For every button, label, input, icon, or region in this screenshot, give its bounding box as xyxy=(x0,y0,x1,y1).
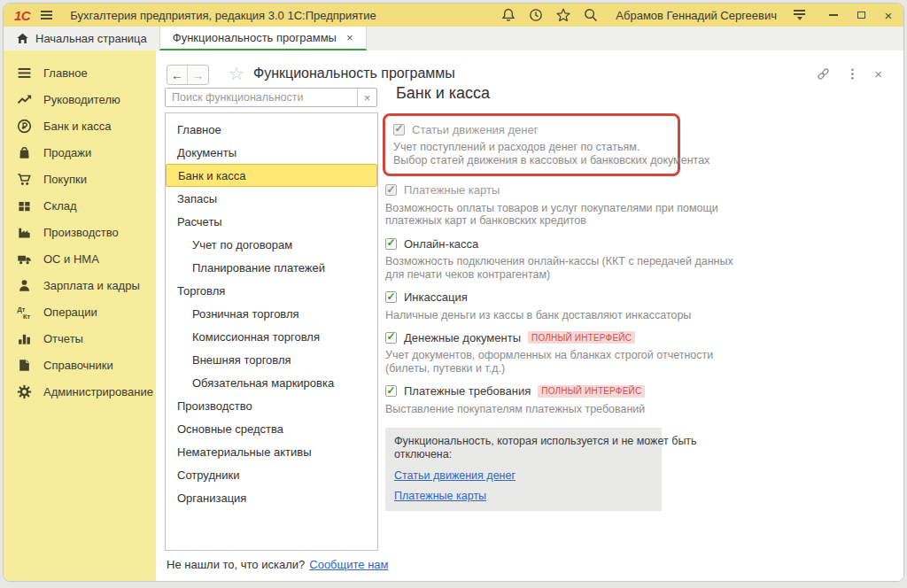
feature-description: Возможность оплаты товаров и услуг покуп… xyxy=(385,202,693,228)
window-title: Бухгалтерия предприятия, редакция 3.0 1С… xyxy=(70,9,376,22)
dtkt-icon: ДтКт xyxy=(17,305,32,320)
search-icon[interactable] xyxy=(583,7,599,23)
back-button[interactable]: ← xyxy=(167,66,188,84)
feature-checkbox[interactable]: ✓ xyxy=(385,291,397,303)
factory-icon xyxy=(17,225,32,240)
feature-item: ✓ Платежные карты Возможность оплаты тов… xyxy=(383,182,693,228)
category-item[interactable]: Организация xyxy=(166,486,377,509)
notifications-bell-icon[interactable] xyxy=(500,7,516,23)
app-window: 1С Бухгалтерия предприятия, редакция 3.0… xyxy=(3,3,904,582)
locked-functionality-link[interactable]: Платежные карты xyxy=(394,490,486,502)
sidebar-item-book[interactable]: Справочники xyxy=(4,352,156,378)
feature-checkbox[interactable]: ✓ xyxy=(385,238,397,250)
sidebar-item-factory[interactable]: Производство xyxy=(4,219,156,245)
trend-icon xyxy=(17,92,32,107)
1c-logo: 1С xyxy=(14,8,30,23)
main-menu-icon[interactable] xyxy=(39,9,54,21)
feature-item: ✓ Онлайн-касса Возможность подключения о… xyxy=(383,236,693,282)
category-item[interactable]: Комиссионная торговля xyxy=(166,325,377,348)
feature-label: Платежные карты xyxy=(404,183,500,197)
sidebar-item-bag[interactable]: Продажи xyxy=(4,139,156,166)
nav-buttons: ← → xyxy=(167,65,209,85)
feature-item: ✓ Инкассация Наличные деньги из кассы в … xyxy=(383,290,693,322)
person-icon xyxy=(17,278,32,293)
category-item[interactable]: Банк и касса xyxy=(166,164,377,187)
sidebar-item-dtkt[interactable]: ДтКт Операции xyxy=(4,298,156,325)
feature-checkbox[interactable]: ✓ xyxy=(385,332,397,344)
category-item[interactable]: Основные средства xyxy=(166,417,377,440)
sidebar-item-person[interactable]: Зарплата и кадры xyxy=(4,272,156,298)
page-title: Функциональность программы xyxy=(253,66,455,81)
functionality-search: × xyxy=(165,88,377,107)
sidebar-item-warehouse[interactable]: Склад xyxy=(4,192,156,219)
category-item[interactable]: Нематериальные активы xyxy=(166,440,377,463)
category-item[interactable]: Торговля xyxy=(166,279,377,302)
features-panel: Банк и касса ✓ Статьи движения денег Уче… xyxy=(383,84,693,511)
sidebar-item-ruble[interactable]: Банк и касса xyxy=(4,112,156,139)
tab-close-icon[interactable]: × xyxy=(346,31,353,44)
category-item[interactable]: Документы xyxy=(166,141,377,164)
sections-sidebar: Главное Руководителю Банк и касса Продаж… xyxy=(4,50,156,581)
current-user[interactable]: Абрамов Геннадий Сергеевич xyxy=(616,9,777,22)
tab-label: Начальная страница xyxy=(35,32,147,45)
full-interface-badge: ПОЛНЫЙ ИНТЕРФЕЙС xyxy=(528,331,635,344)
feedback-link[interactable]: Сообщите нам xyxy=(309,558,388,571)
feature-item: ✓ Статьи движения денег Учет поступлений… xyxy=(383,113,680,176)
tab-functionality[interactable]: Функциональность программы × xyxy=(159,27,367,50)
sidebar-item-sections[interactable]: Главное xyxy=(4,59,156,86)
feedback-question: Не нашли то, что искали? xyxy=(167,558,305,571)
sidebar-item-truck[interactable]: ОС и НМА xyxy=(4,245,156,272)
content-area: ← → ☆ Функциональность программы × × Гла… xyxy=(156,50,903,581)
category-item[interactable]: Главное xyxy=(166,118,377,141)
tabbar: Начальная страница Функциональность прог… xyxy=(4,27,903,50)
forward-button[interactable]: → xyxy=(188,66,208,84)
feature-item: ✓ Платежные требования ПОЛНЫЙ ИНТЕРФЕЙС … xyxy=(383,383,693,416)
history-icon[interactable] xyxy=(528,7,544,23)
search-input[interactable] xyxy=(166,89,357,106)
sidebar-item-chart[interactable]: Отчеты xyxy=(4,325,156,352)
more-icon[interactable] xyxy=(845,66,860,81)
feature-description: Учет поступлений и расходов денег по ста… xyxy=(393,141,670,167)
search-clear-icon[interactable]: × xyxy=(357,89,376,106)
favorites-star-icon[interactable] xyxy=(555,7,571,23)
feature-label: Платежные требования xyxy=(404,384,531,398)
home-icon xyxy=(16,32,29,45)
sidebar-item-gear[interactable]: Администрирование xyxy=(4,378,156,405)
add-favorite-star-icon[interactable]: ☆ xyxy=(229,63,244,84)
locked-functionality-link[interactable]: Статьи движения денег xyxy=(394,469,516,482)
maximize-icon[interactable] xyxy=(855,9,867,21)
feature-checkbox[interactable]: ✓ xyxy=(385,385,397,397)
category-item[interactable]: Запасы xyxy=(166,187,377,210)
service-menu-icon[interactable] xyxy=(794,10,805,20)
cart-icon xyxy=(17,172,32,187)
chart-icon xyxy=(17,331,32,346)
feature-description: Учет документов, оформленных на бланках … xyxy=(385,349,693,375)
category-item[interactable]: Планирование платежей xyxy=(166,256,377,279)
copy-link-icon[interactable] xyxy=(816,66,831,81)
bag-icon xyxy=(17,145,32,160)
sidebar-item-trend[interactable]: Руководителю xyxy=(4,86,156,112)
close-icon[interactable]: × xyxy=(882,9,895,21)
category-item[interactable]: Внешняя торговля xyxy=(166,348,377,371)
svg-text:Кт: Кт xyxy=(23,312,31,319)
sidebar-item-cart[interactable]: Покупки xyxy=(4,166,156,192)
tab-home[interactable]: Начальная страница xyxy=(4,27,159,50)
category-item[interactable]: Расчеты xyxy=(166,210,377,233)
category-item[interactable]: Розничная торговля xyxy=(166,302,377,325)
feedback-footer: Не нашли то, что искали?Сообщите нам xyxy=(167,558,389,571)
category-item[interactable]: Учет по договорам xyxy=(166,233,377,256)
minimize-icon[interactable] xyxy=(827,9,840,21)
category-item[interactable]: Сотрудники xyxy=(166,463,377,486)
feature-description: Выставление покупателям платежных требов… xyxy=(385,403,693,416)
truck-icon xyxy=(17,251,32,267)
ruble-icon xyxy=(17,119,32,134)
category-item[interactable]: Производство xyxy=(166,394,377,417)
feature-description: Наличные деньги из кассы в банк доставля… xyxy=(385,309,693,322)
close-panel-icon[interactable]: × xyxy=(874,66,882,81)
book-icon xyxy=(17,358,32,373)
feature-label: Инкассация xyxy=(404,290,468,304)
feature-checkbox: ✓ xyxy=(393,124,405,135)
titlebar: 1С Бухгалтерия предприятия, редакция 3.0… xyxy=(4,4,903,27)
warehouse-icon xyxy=(17,198,32,213)
category-item[interactable]: Обязательная маркировка xyxy=(166,371,377,394)
